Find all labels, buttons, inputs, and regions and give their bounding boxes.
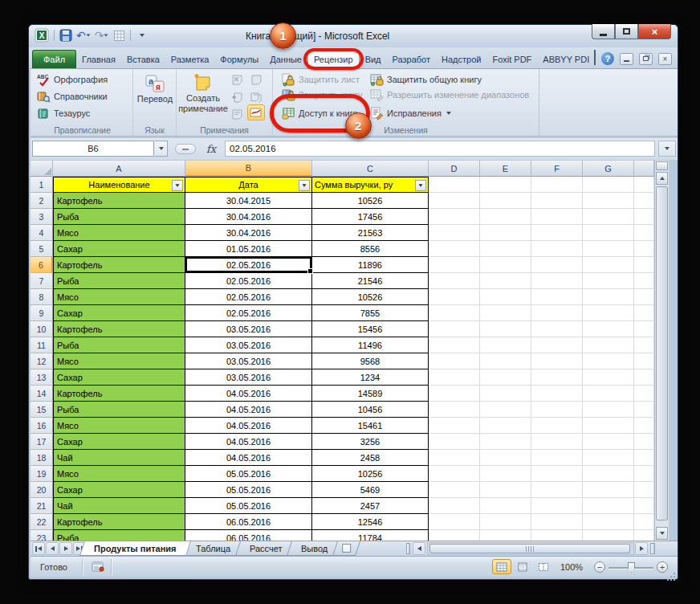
column-header-C[interactable]: C [312, 161, 429, 177]
cell-C5[interactable]: 8556 [312, 241, 429, 257]
tab-Foxit PDF[interactable]: Foxit PDF [486, 51, 537, 68]
row-header-11[interactable]: 11 [31, 337, 53, 353]
cell-A6[interactable]: Картофель [53, 257, 185, 273]
horizontal-scroll-thumb[interactable] [429, 544, 630, 553]
empty-cell[interactable] [429, 353, 480, 369]
empty-cell[interactable] [583, 402, 634, 418]
empty-cell[interactable] [480, 482, 531, 498]
cell-C20[interactable]: 5469 [312, 482, 429, 498]
empty-cell[interactable] [480, 450, 531, 466]
cell-A14[interactable]: Картофель [53, 386, 185, 402]
empty-cell[interactable] [634, 337, 654, 353]
cell-B9[interactable]: 02.05.2016 [185, 305, 312, 321]
row-header-19[interactable]: 19 [31, 466, 53, 482]
cell-B8[interactable]: 02.05.2016 [185, 289, 312, 305]
empty-cell[interactable] [583, 418, 634, 434]
close-button[interactable]: × [638, 24, 671, 39]
cell-C8[interactable]: 10526 [312, 289, 429, 305]
tab-split-handle[interactable] [406, 543, 410, 554]
workbook-close-button[interactable]: × [658, 53, 672, 65]
empty-cell[interactable] [583, 305, 634, 321]
row-header-22[interactable]: 22 [31, 514, 53, 530]
empty-cell[interactable] [583, 482, 634, 498]
insert-worksheet-tab[interactable] [332, 541, 360, 556]
empty-cell[interactable] [429, 209, 480, 225]
empty-cell[interactable] [480, 305, 531, 321]
empty-cell[interactable] [634, 498, 654, 514]
empty-cell[interactable] [531, 450, 583, 466]
empty-cell[interactable] [480, 386, 531, 402]
cell-C3[interactable]: 17456 [312, 209, 429, 225]
scroll-down-button[interactable] [656, 527, 668, 540]
qat-customize-button[interactable] [135, 27, 149, 43]
column-header-G[interactable]: G [583, 161, 634, 177]
maximize-button[interactable] [615, 24, 638, 39]
empty-cell[interactable] [531, 514, 583, 530]
empty-cell[interactable] [480, 530, 531, 541]
cell-A23[interactable]: Рыба [53, 530, 185, 541]
help-icon[interactable]: ? [601, 52, 614, 65]
empty-cell[interactable] [429, 177, 480, 193]
cell-C9[interactable]: 7855 [312, 305, 429, 321]
empty-cell[interactable] [429, 450, 480, 466]
empty-cell[interactable] [583, 177, 634, 193]
cell-B18[interactable]: 04.05.2016 [185, 450, 312, 466]
cell-A12[interactable]: Мясо [53, 353, 185, 369]
empty-cell[interactable] [531, 530, 583, 541]
edit-comment-icon[interactable] [247, 71, 265, 88]
empty-cell[interactable] [429, 514, 480, 530]
hscroll-right-button[interactable] [635, 542, 648, 555]
cell-A8[interactable]: Мясо [53, 289, 185, 305]
cell-B6[interactable]: 02.05.2016 [185, 257, 312, 273]
filter-dropdown-icon[interactable] [299, 180, 310, 191]
empty-cell[interactable] [531, 337, 583, 353]
empty-cell[interactable] [583, 193, 634, 209]
select-all-corner[interactable] [31, 161, 53, 177]
empty-cell[interactable] [583, 466, 634, 482]
cell-B19[interactable]: 05.05.2016 [185, 466, 312, 482]
cell-C23[interactable]: 11784 [312, 530, 429, 541]
scroll-up-button[interactable] [656, 172, 668, 185]
show-comments-icon[interactable] [228, 106, 246, 122]
tab-Разработ[interactable]: Разработ [387, 51, 436, 68]
empty-cell[interactable] [634, 450, 654, 466]
cell-A4[interactable]: Мясо [53, 225, 185, 241]
workbook-minimize-button[interactable] [620, 53, 633, 65]
empty-cell[interactable] [429, 337, 480, 353]
filter-dropdown-icon[interactable] [415, 180, 426, 191]
workbook-restore-button[interactable] [639, 53, 653, 65]
empty-cell[interactable] [429, 321, 480, 337]
empty-cell[interactable] [480, 434, 531, 450]
empty-cell[interactable] [634, 434, 654, 450]
collapse-ribbon-icon[interactable] [594, 51, 596, 66]
empty-cell[interactable] [480, 402, 531, 418]
new-comment-button[interactable]: Создать примечание [180, 72, 226, 113]
empty-cell[interactable] [480, 514, 531, 530]
tab-Формулы[interactable]: Формулы [214, 51, 264, 68]
allow-edit-ranges-button[interactable]: Разрешить изменение диапазонов [368, 88, 531, 102]
delete-comment-icon[interactable] [228, 71, 246, 88]
cell-A16[interactable]: Мясо [53, 418, 185, 434]
translate-button[interactable]: aя Перевод [136, 73, 174, 104]
tab-ABBYY PDI[interactable]: ABBYY PDI [537, 51, 595, 68]
empty-cell[interactable] [583, 434, 634, 450]
cell-C13[interactable]: 1234 [312, 369, 429, 386]
empty-cell[interactable] [634, 225, 654, 241]
normal-view-button[interactable] [492, 559, 511, 574]
spelling-button[interactable]: ABC Орфография [35, 72, 110, 87]
previous-comment-icon[interactable] [228, 89, 246, 105]
empty-cell[interactable] [531, 321, 583, 337]
cell-B11[interactable]: 03.05.2016 [185, 337, 312, 353]
empty-cell[interactable] [531, 466, 583, 482]
zoom-in-button[interactable]: + [657, 561, 668, 573]
tab-Вставка[interactable]: Вставка [121, 51, 165, 68]
empty-cell[interactable] [429, 530, 480, 541]
row-header-15[interactable]: 15 [31, 402, 53, 418]
cell-B3[interactable]: 30.04.2016 [185, 209, 312, 225]
empty-cell[interactable] [531, 257, 583, 273]
cell-A20[interactable]: Сахар [53, 482, 185, 498]
cell-B21[interactable]: 05.05.2016 [185, 498, 312, 514]
tab-Надстрой[interactable]: Надстрой [436, 51, 486, 68]
empty-cell[interactable] [634, 402, 654, 418]
cell-A3[interactable]: Рыба [53, 209, 185, 225]
